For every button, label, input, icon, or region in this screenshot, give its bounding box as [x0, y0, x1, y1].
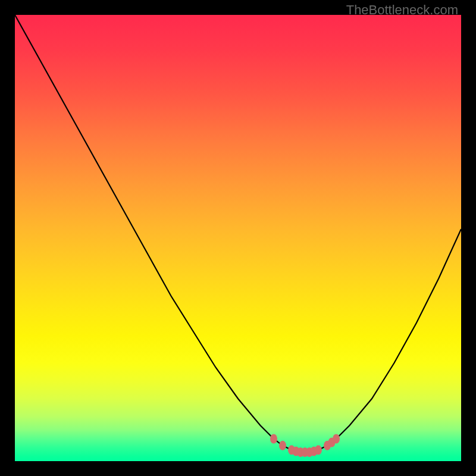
chart-container: TheBottleneck.com: [0, 0, 476, 476]
watermark-text: TheBottleneck.com: [346, 2, 458, 18]
flat-zone-dot: [279, 441, 286, 450]
plot-area: [15, 15, 461, 461]
flat-zone-dot: [315, 445, 322, 455]
flat-zone-dot: [270, 434, 277, 444]
flat-zone-dots: [15, 15, 461, 461]
flat-zone-dot: [333, 434, 340, 444]
